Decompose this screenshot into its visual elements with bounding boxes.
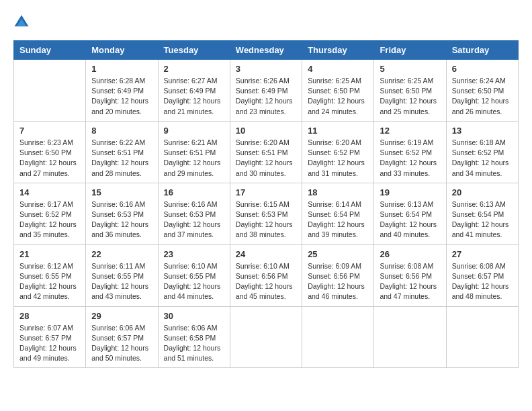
calendar-table: SundayMondayTuesdayWednesdayThursdayFrid… xyxy=(13,40,519,368)
calendar-cell: 25 Sunrise: 6:09 AMSunset: 6:56 PMDaylig… xyxy=(302,244,374,306)
calendar-cell xyxy=(230,306,302,368)
day-number: 7 xyxy=(19,126,80,136)
calendar-cell: 30 Sunrise: 6:06 AMSunset: 6:58 PMDaylig… xyxy=(158,306,230,368)
day-info: Sunrise: 6:09 AMSunset: 6:56 PMDaylight:… xyxy=(308,261,368,302)
calendar-cell: 11 Sunrise: 6:20 AMSunset: 6:52 PMDaylig… xyxy=(302,121,374,183)
day-info: Sunrise: 6:15 AMSunset: 6:53 PMDaylight:… xyxy=(236,199,296,240)
calendar-cell: 7 Sunrise: 6:23 AMSunset: 6:50 PMDayligh… xyxy=(14,121,86,183)
day-info: Sunrise: 6:23 AMSunset: 6:50 PMDaylight:… xyxy=(19,138,80,179)
day-header: Thursday xyxy=(302,41,374,60)
calendar-cell: 24 Sunrise: 6:10 AMSunset: 6:56 PMDaylig… xyxy=(230,244,302,306)
day-info: Sunrise: 6:19 AMSunset: 6:52 PMDaylight:… xyxy=(380,138,440,179)
calendar-cell: 17 Sunrise: 6:15 AMSunset: 6:53 PMDaylig… xyxy=(230,183,302,244)
day-number: 10 xyxy=(236,126,296,136)
calendar-cell: 4 Sunrise: 6:25 AMSunset: 6:50 PMDayligh… xyxy=(302,60,374,122)
logo-icon xyxy=(13,13,30,30)
day-number: 11 xyxy=(308,126,368,136)
calendar-cell: 29 Sunrise: 6:06 AMSunset: 6:57 PMDaylig… xyxy=(86,306,158,368)
calendar-cell: 10 Sunrise: 6:20 AMSunset: 6:51 PMDaylig… xyxy=(230,121,302,183)
day-info: Sunrise: 6:08 AMSunset: 6:57 PMDaylight:… xyxy=(452,261,513,302)
calendar-cell: 8 Sunrise: 6:22 AMSunset: 6:51 PMDayligh… xyxy=(86,121,158,183)
day-number: 6 xyxy=(452,64,513,74)
calendar-cell: 18 Sunrise: 6:14 AMSunset: 6:54 PMDaylig… xyxy=(302,183,374,244)
day-number: 1 xyxy=(91,64,152,74)
day-number: 20 xyxy=(452,187,513,197)
day-number: 8 xyxy=(91,126,152,136)
calendar-cell: 27 Sunrise: 6:08 AMSunset: 6:57 PMDaylig… xyxy=(446,244,518,306)
calendar-cell: 26 Sunrise: 6:08 AMSunset: 6:56 PMDaylig… xyxy=(374,244,446,306)
day-info: Sunrise: 6:08 AMSunset: 6:56 PMDaylight:… xyxy=(380,261,440,302)
calendar-cell xyxy=(446,306,518,368)
day-number: 18 xyxy=(308,187,368,197)
day-info: Sunrise: 6:11 AMSunset: 6:55 PMDaylight:… xyxy=(91,261,152,302)
day-header: Sunday xyxy=(14,41,86,60)
calendar-cell: 15 Sunrise: 6:16 AMSunset: 6:53 PMDaylig… xyxy=(86,183,158,244)
day-info: Sunrise: 6:22 AMSunset: 6:51 PMDaylight:… xyxy=(91,138,152,179)
day-info: Sunrise: 6:27 AMSunset: 6:49 PMDaylight:… xyxy=(164,76,224,117)
day-header: Wednesday xyxy=(230,41,302,60)
day-info: Sunrise: 6:06 AMSunset: 6:57 PMDaylight:… xyxy=(91,323,152,364)
calendar-cell: 16 Sunrise: 6:16 AMSunset: 6:53 PMDaylig… xyxy=(158,183,230,244)
day-header: Tuesday xyxy=(158,41,230,60)
day-number: 29 xyxy=(91,311,152,321)
calendar-cell: 9 Sunrise: 6:21 AMSunset: 6:51 PMDayligh… xyxy=(158,121,230,183)
day-info: Sunrise: 6:13 AMSunset: 6:54 PMDaylight:… xyxy=(452,199,513,240)
day-number: 14 xyxy=(19,187,80,197)
day-number: 13 xyxy=(452,126,513,136)
day-number: 26 xyxy=(380,249,440,259)
calendar-cell: 22 Sunrise: 6:11 AMSunset: 6:55 PMDaylig… xyxy=(86,244,158,306)
day-info: Sunrise: 6:24 AMSunset: 6:50 PMDaylight:… xyxy=(452,76,513,117)
day-number: 19 xyxy=(380,187,440,197)
calendar-cell: 19 Sunrise: 6:13 AMSunset: 6:54 PMDaylig… xyxy=(374,183,446,244)
page-header xyxy=(13,13,519,30)
day-info: Sunrise: 6:16 AMSunset: 6:53 PMDaylight:… xyxy=(164,199,224,240)
day-info: Sunrise: 6:25 AMSunset: 6:50 PMDaylight:… xyxy=(380,76,440,117)
calendar-cell xyxy=(374,306,446,368)
day-info: Sunrise: 6:16 AMSunset: 6:53 PMDaylight:… xyxy=(91,199,152,240)
calendar-cell: 12 Sunrise: 6:19 AMSunset: 6:52 PMDaylig… xyxy=(374,121,446,183)
day-info: Sunrise: 6:20 AMSunset: 6:52 PMDaylight:… xyxy=(308,138,368,179)
day-number: 2 xyxy=(164,64,224,74)
day-number: 22 xyxy=(91,249,152,259)
day-number: 4 xyxy=(308,64,368,74)
day-number: 5 xyxy=(380,64,440,74)
day-info: Sunrise: 6:06 AMSunset: 6:58 PMDaylight:… xyxy=(164,323,224,364)
day-number: 23 xyxy=(164,249,224,259)
day-header: Saturday xyxy=(446,41,518,60)
calendar-cell: 5 Sunrise: 6:25 AMSunset: 6:50 PMDayligh… xyxy=(374,60,446,122)
day-info: Sunrise: 6:14 AMSunset: 6:54 PMDaylight:… xyxy=(308,199,368,240)
day-info: Sunrise: 6:26 AMSunset: 6:49 PMDaylight:… xyxy=(236,76,296,117)
calendar-cell: 14 Sunrise: 6:17 AMSunset: 6:52 PMDaylig… xyxy=(14,183,86,244)
day-number: 28 xyxy=(19,311,80,321)
calendar-cell: 2 Sunrise: 6:27 AMSunset: 6:49 PMDayligh… xyxy=(158,60,230,122)
day-number: 25 xyxy=(308,249,368,259)
day-header: Monday xyxy=(86,41,158,60)
day-number: 27 xyxy=(452,249,513,259)
calendar-cell xyxy=(302,306,374,368)
day-number: 3 xyxy=(236,64,296,74)
calendar-cell: 3 Sunrise: 6:26 AMSunset: 6:49 PMDayligh… xyxy=(230,60,302,122)
calendar-cell: 21 Sunrise: 6:12 AMSunset: 6:55 PMDaylig… xyxy=(14,244,86,306)
day-info: Sunrise: 6:12 AMSunset: 6:55 PMDaylight:… xyxy=(19,261,80,302)
day-info: Sunrise: 6:25 AMSunset: 6:50 PMDaylight:… xyxy=(308,76,368,117)
day-number: 9 xyxy=(164,126,224,136)
calendar-cell: 23 Sunrise: 6:10 AMSunset: 6:55 PMDaylig… xyxy=(158,244,230,306)
day-header: Friday xyxy=(374,41,446,60)
day-number: 17 xyxy=(236,187,296,197)
day-info: Sunrise: 6:17 AMSunset: 6:52 PMDaylight:… xyxy=(19,199,80,240)
calendar-cell: 1 Sunrise: 6:28 AMSunset: 6:49 PMDayligh… xyxy=(86,60,158,122)
day-number: 12 xyxy=(380,126,440,136)
calendar-cell: 20 Sunrise: 6:13 AMSunset: 6:54 PMDaylig… xyxy=(446,183,518,244)
day-info: Sunrise: 6:10 AMSunset: 6:56 PMDaylight:… xyxy=(236,261,296,302)
day-number: 15 xyxy=(91,187,152,197)
day-info: Sunrise: 6:13 AMSunset: 6:54 PMDaylight:… xyxy=(380,199,440,240)
day-number: 16 xyxy=(164,187,224,197)
day-info: Sunrise: 6:20 AMSunset: 6:51 PMDaylight:… xyxy=(236,138,296,179)
day-info: Sunrise: 6:21 AMSunset: 6:51 PMDaylight:… xyxy=(164,138,224,179)
day-number: 30 xyxy=(164,311,224,321)
calendar-cell: 6 Sunrise: 6:24 AMSunset: 6:50 PMDayligh… xyxy=(446,60,518,122)
calendar-cell: 28 Sunrise: 6:07 AMSunset: 6:57 PMDaylig… xyxy=(14,306,86,368)
day-number: 24 xyxy=(236,249,296,259)
day-info: Sunrise: 6:18 AMSunset: 6:52 PMDaylight:… xyxy=(452,138,513,179)
day-info: Sunrise: 6:28 AMSunset: 6:49 PMDaylight:… xyxy=(91,76,152,117)
